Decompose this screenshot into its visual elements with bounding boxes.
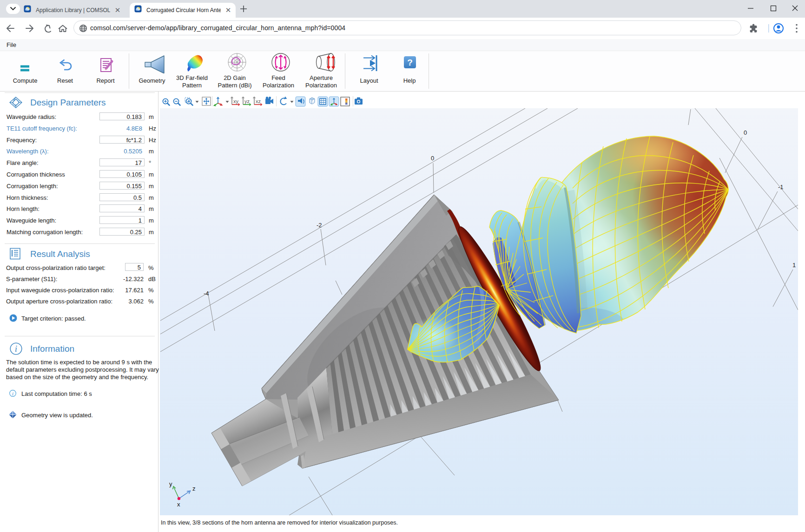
svg-text:i: i xyxy=(15,344,17,354)
svg-text:1: 1 xyxy=(792,262,796,269)
svg-text:0: 0 xyxy=(744,129,747,136)
svg-text:x: x xyxy=(177,501,180,508)
svg-text:xz: xz xyxy=(256,99,261,104)
svg-text:i: i xyxy=(12,391,13,396)
svg-text:-2: -2 xyxy=(317,222,322,229)
svg-text:yz: yz xyxy=(244,99,250,104)
svg-text:-4: -4 xyxy=(204,290,209,297)
svg-text:-1: -1 xyxy=(778,184,784,190)
svg-text:?: ? xyxy=(407,58,413,67)
svg-text:z: z xyxy=(192,485,196,492)
svg-text:xy: xy xyxy=(233,99,239,104)
svg-text:0: 0 xyxy=(431,155,434,162)
svg-text:y: y xyxy=(169,480,172,487)
